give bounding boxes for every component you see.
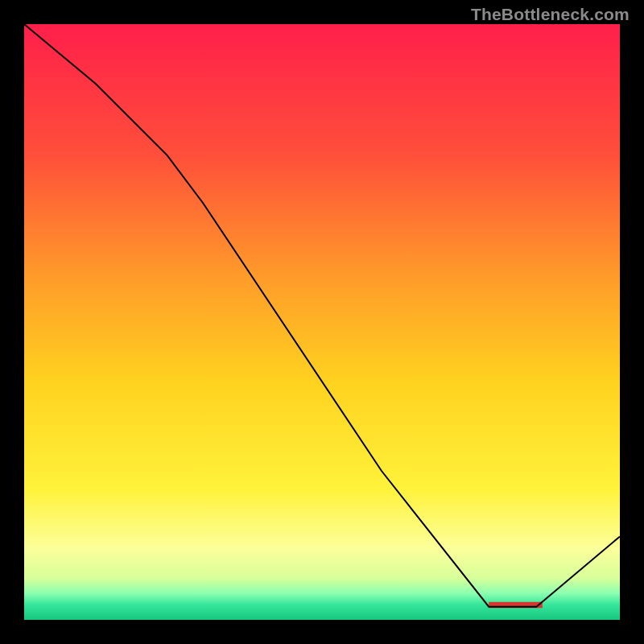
gradient-background (24, 24, 620, 620)
chart-stage: TheBottleneck.com (0, 0, 644, 644)
plot-area (24, 24, 620, 620)
watermark-label: TheBottleneck.com (471, 5, 630, 24)
plot-svg (24, 24, 620, 620)
